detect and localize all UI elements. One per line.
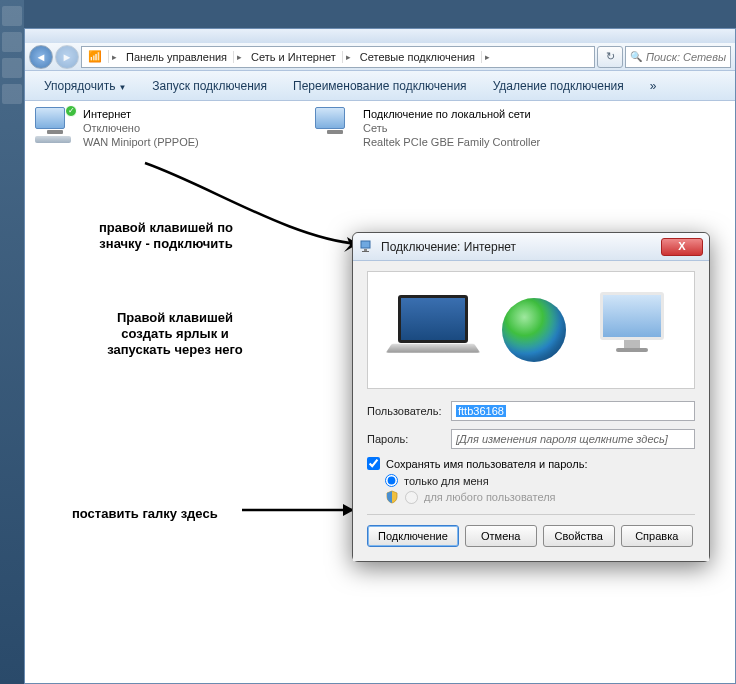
connection-lan[interactable]: Подключение по локальной сети Сеть Realt… — [315, 107, 565, 149]
more-button[interactable]: » — [639, 74, 668, 98]
connection-device: WAN Miniport (PPPOE) — [83, 135, 199, 149]
breadcrumb-seg[interactable]: Панель управления — [120, 51, 234, 63]
any-user-label: для любого пользователя — [424, 491, 556, 503]
help-button[interactable]: Справка — [621, 525, 693, 547]
save-credentials-checkbox[interactable] — [367, 457, 380, 470]
only-me-radio[interactable] — [385, 474, 398, 487]
network-icon — [359, 239, 375, 255]
connect-button[interactable]: Подключение — [367, 525, 459, 547]
breadcrumb-seg[interactable]: Сеть и Интернет — [245, 51, 343, 63]
shield-icon — [385, 490, 399, 504]
password-input[interactable]: [Для изменения пароля щелкните здесь] — [451, 429, 695, 449]
password-label: Пароль: — [367, 433, 451, 445]
search-box[interactable]: 🔍 — [625, 46, 731, 68]
toolbar: Упорядочить▼ Запуск подключения Переимен… — [25, 71, 735, 101]
cancel-button[interactable]: Отмена — [465, 525, 537, 547]
window-titlebar[interactable] — [25, 29, 735, 43]
svg-rect-3 — [362, 251, 369, 252]
search-input[interactable] — [646, 51, 726, 63]
properties-button[interactable]: Свойства — [543, 525, 615, 547]
svg-rect-1 — [361, 241, 370, 248]
forward-button[interactable]: ► — [55, 45, 79, 69]
desktop-pc-icon — [591, 292, 673, 368]
any-user-radio — [405, 491, 418, 504]
username-label: Пользователь: — [367, 405, 451, 417]
dialog-titlebar[interactable]: Подключение: Интернет X — [353, 233, 709, 261]
address-bar[interactable]: 📶 ▸ Панель управления ▸ Сеть и Интернет … — [81, 46, 595, 68]
organize-button[interactable]: Упорядочить▼ — [33, 74, 137, 98]
connection-device: Realtek PCIe GBE Family Controller — [363, 135, 540, 149]
svg-rect-2 — [364, 249, 367, 251]
separator — [367, 514, 695, 515]
only-me-label: только для меня — [404, 475, 489, 487]
folder-icon: 📶 — [82, 50, 109, 63]
back-button[interactable]: ◄ — [29, 45, 53, 69]
close-button[interactable]: X — [661, 238, 703, 256]
globe-icon — [502, 298, 566, 362]
connection-internet[interactable]: ✓ Интернет Отключено WAN Miniport (PPPOE… — [35, 107, 285, 149]
annotation-2: Правой клавишей создать ярлык и запускат… — [90, 310, 260, 358]
search-icon: 🔍 — [630, 51, 642, 62]
save-credentials-label: Сохранять имя пользователя и пароль: — [386, 458, 587, 470]
network-icon — [315, 107, 355, 147]
breadcrumb-seg[interactable]: Сетевые подключения — [354, 51, 482, 63]
arrow-icon — [140, 158, 370, 254]
connection-name: Интернет — [83, 107, 199, 121]
nav-row: ◄ ► 📶 ▸ Панель управления ▸ Сеть и Интер… — [25, 43, 735, 71]
start-connection-button[interactable]: Запуск подключения — [141, 74, 278, 98]
connection-name: Подключение по локальной сети — [363, 107, 540, 121]
delete-connection-button[interactable]: Удаление подключения — [482, 74, 635, 98]
modem-icon: ✓ — [35, 107, 75, 147]
connection-status: Отключено — [83, 121, 199, 135]
connection-dialog: Подключение: Интернет X Пользователь: ft… — [352, 232, 710, 562]
refresh-button[interactable]: ↻ — [597, 46, 623, 68]
desktop-icon-strip — [0, 0, 24, 684]
arrow-icon — [240, 492, 370, 528]
connection-status: Сеть — [363, 121, 540, 135]
laptop-icon — [389, 295, 477, 365]
connection-illustration — [367, 271, 695, 389]
dialog-title: Подключение: Интернет — [381, 240, 516, 254]
status-badge-icon: ✓ — [65, 105, 77, 117]
rename-connection-button[interactable]: Переименование подключения — [282, 74, 478, 98]
username-input[interactable]: fttb36168 — [451, 401, 695, 421]
